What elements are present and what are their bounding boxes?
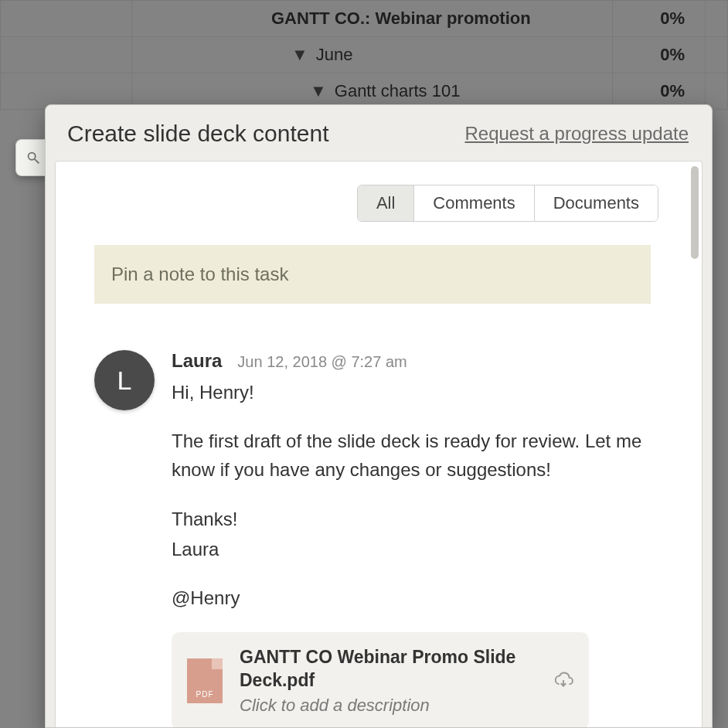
tab-documents[interactable]: Documents (534, 185, 658, 221)
avatar: L (94, 350, 155, 410)
download-cloud-icon[interactable] (553, 671, 573, 691)
modal-title: Create slide deck content (67, 121, 329, 147)
pin-note-input[interactable]: Pin a note to this task (94, 245, 651, 304)
task-detail-modal: Create slide deck content Request a prog… (45, 104, 713, 728)
svg-point-0 (28, 153, 35, 160)
scrollbar-thumb[interactable] (691, 166, 699, 259)
detach-icon (25, 149, 42, 166)
pdf-file-icon: PDF (187, 658, 223, 703)
comment-body: Hi, Henry! The first draft of the slide … (172, 378, 651, 612)
filter-tabs: All Comments Documents (87, 185, 658, 222)
request-progress-link[interactable]: Request a progress update (464, 123, 689, 145)
attachment-filename: GANTT CO Webinar Promo Slide Deck.pdf (240, 646, 536, 692)
comment-timestamp: Jun 12, 2018 @ 7:27 am (237, 353, 407, 371)
tab-comments[interactable]: Comments (413, 185, 533, 221)
tab-all[interactable]: All (358, 185, 413, 221)
attachment-card[interactable]: PDF GANTT CO Webinar Promo Slide Deck.pd… (172, 632, 589, 727)
comment-item: L Laura Jun 12, 2018 @ 7:27 am Hi, Henry… (87, 350, 658, 727)
attachment-description-placeholder[interactable]: Click to add a description (240, 696, 536, 716)
comment-author: Laura (172, 350, 222, 372)
